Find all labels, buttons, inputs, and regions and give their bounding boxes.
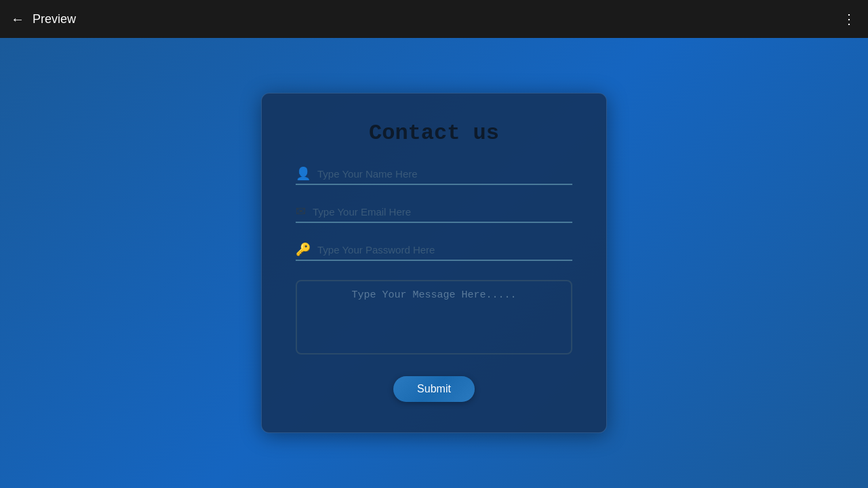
email-input-group: ✉ xyxy=(296,204,572,223)
message-textarea[interactable] xyxy=(296,280,572,354)
user-icon: 👤 xyxy=(296,166,311,181)
navbar-left: ← Preview xyxy=(11,12,76,27)
navbar: ← Preview ⋮ xyxy=(0,0,868,38)
message-textarea-wrapper xyxy=(296,280,572,357)
submit-wrapper: Submit xyxy=(296,376,572,402)
key-icon: 🔑 xyxy=(296,242,311,257)
email-input[interactable] xyxy=(313,206,572,218)
contact-form-card: Contact us 👤 ✉ 🔑 Submit xyxy=(261,93,607,433)
main-content: Contact us 👤 ✉ 🔑 Submit xyxy=(0,38,868,488)
email-icon: ✉ xyxy=(296,204,306,219)
more-options-button[interactable]: ⋮ xyxy=(842,11,857,27)
submit-button[interactable]: Submit xyxy=(393,376,475,402)
name-input[interactable] xyxy=(317,168,572,180)
name-input-group: 👤 xyxy=(296,166,572,185)
form-title: Contact us xyxy=(296,121,572,146)
password-input[interactable] xyxy=(317,244,572,256)
back-button[interactable]: ← xyxy=(11,12,24,27)
password-input-group: 🔑 xyxy=(296,242,572,261)
navbar-title: Preview xyxy=(33,12,76,26)
